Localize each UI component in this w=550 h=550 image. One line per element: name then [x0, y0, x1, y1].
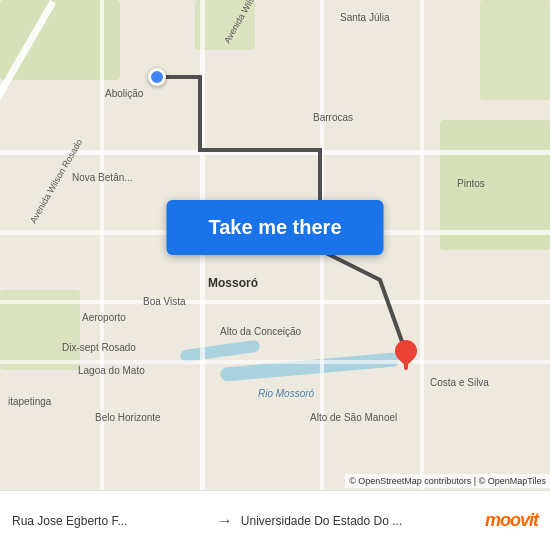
arrow-icon: → [217, 512, 233, 530]
moovit-logo: moovit [485, 510, 538, 531]
to-location: Universidade Do Estado Do ... [241, 514, 477, 528]
origin-marker [148, 68, 166, 86]
map-attribution: © OpenStreetMap contributors | © OpenMap… [345, 474, 550, 488]
road [0, 360, 550, 364]
green-area [480, 0, 550, 100]
take-me-there-button[interactable]: Take me there [166, 200, 383, 255]
bottom-bar: Rua Jose Egberto F... → Universidade Do … [0, 490, 550, 550]
road [0, 150, 550, 155]
from-location: Rua Jose Egberto F... [12, 514, 209, 528]
destination-marker [395, 340, 417, 370]
road [0, 300, 550, 304]
road [420, 0, 424, 490]
map-container: Santa Júlia Abolição Barrocas Nova Betân… [0, 0, 550, 490]
road [100, 0, 104, 490]
